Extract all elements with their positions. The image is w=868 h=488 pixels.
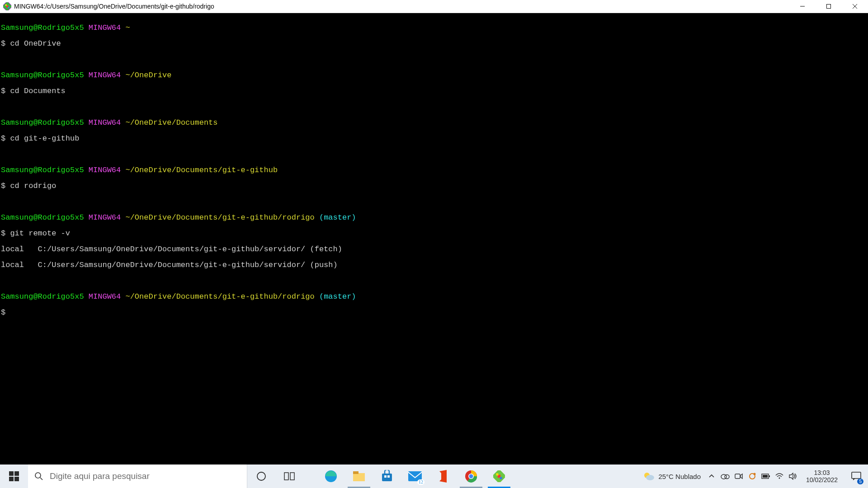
svg-rect-42 <box>769 475 770 477</box>
prompt-userhost: Samsung@Rodrigo5x5 <box>1 71 84 80</box>
prompt-mingw: MINGW64 <box>89 213 121 222</box>
taskbar-app-edge[interactable] <box>317 465 345 488</box>
prompt-mingw: MINGW64 <box>89 71 121 80</box>
taskbar: Digite aqui para pesquisar 12 25°C Nubla <box>0 465 868 488</box>
svg-marker-45 <box>789 473 793 479</box>
taskbar-app-git-bash[interactable] <box>485 465 513 488</box>
prompt-mingw: MINGW64 <box>89 166 121 174</box>
svg-rect-22 <box>384 475 387 478</box>
prompt-userhost: Samsung@Rodrigo5x5 <box>1 166 84 174</box>
prompt-userhost: Samsung@Rodrigo5x5 <box>1 213 84 222</box>
close-button[interactable] <box>842 0 868 13</box>
terminal-output: local C:/Users/Samsung/OneDrive/Document… <box>1 261 866 269</box>
mail-badge: 12 <box>417 479 425 485</box>
svg-point-40 <box>754 473 756 475</box>
svg-rect-9 <box>9 471 14 476</box>
prompt-path: ~/OneDrive/Documents/git-e-github <box>125 166 278 174</box>
svg-rect-21 <box>382 474 392 481</box>
taskbar-clock[interactable]: 13:03 10/02/2022 <box>799 465 844 488</box>
terminal-command: $ cd git-e-github <box>1 135 866 143</box>
task-view-button[interactable] <box>275 465 303 488</box>
tray-update-icon[interactable] <box>748 472 757 481</box>
taskbar-app-mail[interactable]: 12 <box>401 465 429 488</box>
svg-point-34 <box>646 475 654 480</box>
clock-time: 13:03 <box>814 469 830 476</box>
svg-point-28 <box>469 474 473 479</box>
clock-date: 10/02/2022 <box>806 476 838 483</box>
prompt-path: ~/OneDrive/Documents <box>125 118 217 127</box>
weather-icon <box>643 471 655 481</box>
notification-badge: 5 <box>857 479 863 484</box>
weather-text: 25°C Nublado <box>658 473 701 480</box>
terminal-command: $ cd rodrigo <box>1 182 866 190</box>
svg-rect-32 <box>500 477 502 479</box>
svg-rect-4 <box>8 7 9 8</box>
minimize-button[interactable] <box>789 0 816 13</box>
weather-widget[interactable]: 25°C Nublado <box>638 465 705 488</box>
taskbar-app-office[interactable] <box>429 465 457 488</box>
prompt-path: ~/OneDrive <box>125 71 171 80</box>
taskbar-app-explorer[interactable] <box>345 465 373 488</box>
window-titlebar: MINGW64:/c/Users/Samsung/OneDrive/Docume… <box>0 0 868 13</box>
terminal-command: $ git remote -v <box>1 230 866 238</box>
svg-rect-17 <box>290 473 294 480</box>
svg-rect-46 <box>852 472 861 479</box>
svg-point-36 <box>725 475 729 479</box>
svg-point-44 <box>779 478 780 479</box>
svg-marker-38 <box>741 474 742 479</box>
prompt-branch: (master) <box>319 213 356 222</box>
svg-rect-20 <box>353 471 359 474</box>
terminal-command: $ cd OneDrive <box>1 40 866 48</box>
tray-wifi-icon[interactable] <box>775 472 784 481</box>
svg-point-13 <box>35 473 41 478</box>
prompt-userhost: Samsung@Rodrigo5x5 <box>1 118 84 127</box>
prompt-mingw: MINGW64 <box>89 118 121 127</box>
tray-onedrive-icon[interactable] <box>721 472 730 481</box>
svg-rect-11 <box>9 477 14 481</box>
system-tray <box>705 465 799 488</box>
prompt-userhost: Samsung@Rodrigo5x5 <box>1 292 84 301</box>
terminal-area[interactable]: Samsung@Rodrigo5x5 MINGW64 ~ $ cd OneDri… <box>0 13 868 465</box>
window-title: MINGW64:/c/Users/Samsung/OneDrive/Docume… <box>14 3 214 10</box>
search-icon <box>34 472 43 481</box>
tray-battery-icon[interactable] <box>761 472 770 481</box>
tray-chevron-up-icon[interactable] <box>707 472 716 481</box>
tray-meet-now-icon[interactable] <box>734 472 743 481</box>
svg-rect-6 <box>827 5 831 9</box>
prompt-mingw: MINGW64 <box>89 292 121 301</box>
svg-point-15 <box>257 472 265 480</box>
svg-rect-31 <box>496 474 499 476</box>
action-center-button[interactable]: 5 <box>844 465 868 488</box>
svg-rect-12 <box>14 477 19 481</box>
svg-rect-37 <box>735 474 740 479</box>
prompt-userhost: Samsung@Rodrigo5x5 <box>1 23 84 32</box>
svg-rect-3 <box>5 5 7 6</box>
svg-rect-19 <box>353 473 365 481</box>
terminal-command: $ <box>1 309 866 317</box>
svg-marker-47 <box>853 479 855 480</box>
search-box[interactable]: Digite aqui para pesquisar <box>28 465 247 488</box>
terminal-command: $ cd Documents <box>1 87 866 95</box>
prompt-path: ~/OneDrive/Documents/git-e-github/rodrig… <box>125 292 314 301</box>
cortana-button[interactable] <box>247 465 275 488</box>
git-bash-icon <box>3 2 11 10</box>
tray-volume-icon[interactable] <box>788 472 797 481</box>
taskbar-app-chrome[interactable] <box>457 465 485 488</box>
svg-rect-16 <box>284 473 288 480</box>
svg-line-14 <box>40 478 42 480</box>
svg-marker-25 <box>439 470 447 483</box>
terminal-output: local C:/Users/Samsung/OneDrive/Document… <box>1 245 866 253</box>
prompt-mingw: MINGW64 <box>89 23 121 32</box>
start-button[interactable] <box>0 465 28 488</box>
svg-rect-43 <box>763 475 768 478</box>
svg-rect-10 <box>14 471 19 476</box>
maximize-button[interactable] <box>816 0 842 13</box>
taskbar-app-store[interactable] <box>373 465 401 488</box>
prompt-path: ~ <box>125 23 130 32</box>
prompt-path: ~/OneDrive/Documents/git-e-github/rodrig… <box>125 213 314 222</box>
svg-rect-23 <box>387 475 390 478</box>
search-placeholder: Digite aqui para pesquisar <box>50 471 150 481</box>
prompt-branch: (master) <box>319 292 356 301</box>
